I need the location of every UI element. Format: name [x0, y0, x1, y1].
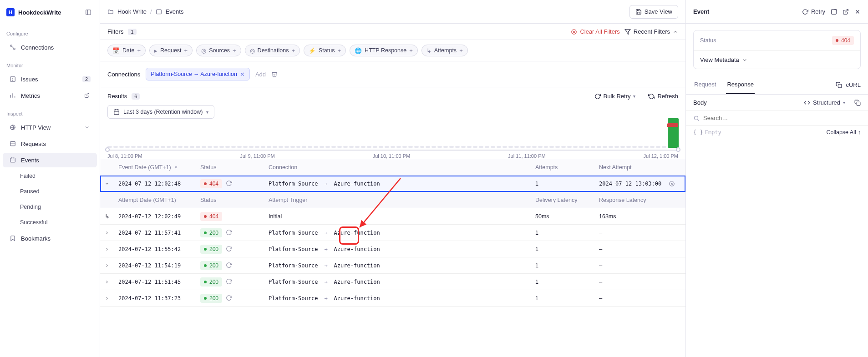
table-row[interactable]: 2024-07-12 11:37:23 200 Platform-Source→… — [100, 290, 685, 307]
copy-icon[interactable] — [836, 82, 842, 88]
tab-curl[interactable]: cURL — [846, 81, 861, 88]
chip-request[interactable]: ▸Request+ — [149, 45, 193, 56]
topbar: Hook Write / Events Save View — [100, 0, 685, 24]
chip-sources[interactable]: ◎Sources+ — [196, 45, 241, 56]
row-retry-icon[interactable] — [226, 295, 233, 302]
connections-label: Connections — [107, 71, 140, 78]
body-search-input[interactable] — [703, 115, 861, 121]
nav-connections[interactable]: Connections — [3, 40, 97, 55]
sort-icon[interactable]: ▾ — [175, 165, 177, 170]
expand-toggle[interactable] — [100, 296, 114, 301]
cell-date: 2024-07-12 11:54:19 — [114, 262, 196, 269]
row-retry-icon[interactable] — [226, 229, 233, 236]
table-row[interactable]: 2024-07-12 11:51:45 200 Platform-Source→… — [100, 274, 685, 290]
filter-icon — [624, 29, 631, 35]
col-next[interactable]: Next Attempt — [599, 164, 632, 171]
bulk-retry-button[interactable]: Bulk Retry ▾ — [594, 93, 636, 100]
nav-events[interactable]: Events — [3, 153, 97, 167]
attempts-icon: ↳ — [426, 47, 431, 54]
recent-filters-button[interactable]: Recent Filters — [624, 28, 678, 35]
expand-toggle[interactable] — [100, 279, 114, 285]
remove-chip-icon[interactable]: ✕ — [240, 71, 245, 78]
chip-destinations[interactable]: ◎Destinations+ — [245, 45, 300, 56]
detail-panel: Event Retry Status 404 View Metadata Req… — [686, 0, 868, 357]
col-attempts[interactable]: Attempts — [535, 164, 558, 171]
date-range-select[interactable]: Last 3 days (Retention window) ▾ — [107, 105, 214, 119]
save-view-button[interactable]: Save View — [629, 5, 678, 19]
section-inspect: Inspect — [0, 104, 100, 119]
histogram-bars: /* placeholder */ — [107, 123, 678, 148]
chip-attempts[interactable]: ↳Attempts+ — [421, 45, 468, 56]
attempt-header: Attempt Date (GMT+1) Status Attempt Trig… — [100, 192, 685, 208]
slider-knob-left[interactable] — [105, 147, 110, 152]
svg-rect-18 — [156, 10, 161, 14]
row-retry-icon[interactable] — [226, 246, 233, 253]
svg-rect-31 — [832, 9, 837, 14]
chip-status[interactable]: ⚡Status+ — [304, 45, 346, 56]
row-retry-icon[interactable] — [226, 262, 233, 269]
table-row[interactable]: 2024-07-12 11:57:41 200 Platform-Source→… — [100, 225, 685, 241]
caret-icon: ▾ — [843, 100, 845, 105]
histogram-slider[interactable] — [107, 150, 678, 151]
external-link-icon[interactable] — [843, 9, 849, 15]
workspace-switcher[interactable]: H HookdeckWrite — [0, 3, 100, 24]
body-json: { } Empty Collapse All ↑ — [686, 126, 868, 139]
table-row[interactable]: 2024-07-12 12:02:48 404 Platform-Source→… — [100, 176, 685, 192]
nav-metrics[interactable]: Metrics — [3, 88, 97, 103]
delete-filter-icon[interactable] — [271, 71, 278, 77]
body-search[interactable] — [686, 111, 868, 126]
structured-toggle[interactable]: Structured ▾ — [804, 99, 845, 106]
slider-knob-right[interactable] — [676, 147, 680, 152]
expand-toggle[interactable] — [100, 246, 114, 252]
nav-bookmarks[interactable]: Bookmarks — [3, 231, 97, 246]
nav-issues[interactable]: Issues 2 — [3, 72, 97, 86]
col-date[interactable]: Event Date (GMT+1) — [118, 164, 171, 171]
chip-http-response[interactable]: 🌐HTTP Response+ — [350, 45, 418, 56]
col-connection[interactable]: Connection — [269, 164, 297, 171]
open-new-icon[interactable] — [831, 9, 837, 15]
row-retry-icon[interactable] — [226, 180, 233, 187]
plus-icon: + — [137, 47, 141, 54]
histogram[interactable]: /* placeholder */ Jul 8, 11:00 PM Jul 9,… — [100, 123, 685, 159]
refresh-button[interactable]: Refresh — [648, 93, 678, 100]
add-connection-button[interactable]: Add — [255, 71, 266, 78]
source-icon: ◎ — [201, 47, 206, 54]
cell-attempts: 1 — [531, 230, 594, 236]
expand-toggle[interactable] — [100, 230, 114, 236]
attempt-row[interactable]: ↳ 2024-07-12 12:02:49 404 Initial 50ms 1… — [100, 208, 685, 225]
sidebar-collapse-icon[interactable] — [83, 7, 93, 17]
json-braces: { } — [693, 129, 703, 136]
nav-events-failed[interactable]: Failed — [3, 169, 97, 183]
expand-toggle[interactable] — [100, 181, 114, 186]
expand-toggle[interactable] — [100, 263, 114, 268]
workspace-name: HookdeckWrite — [18, 9, 80, 16]
nav-requests[interactable]: Requests — [3, 136, 97, 151]
table-row[interactable]: 2024-07-12 11:54:19 200 Platform-Source→… — [100, 257, 685, 274]
tab-response[interactable]: Response — [726, 75, 755, 94]
clear-filters-button[interactable]: Clear All Filters — [571, 28, 619, 35]
search-icon — [693, 115, 700, 121]
view-metadata-button[interactable]: View Metadata — [694, 51, 860, 69]
retry-button[interactable]: Retry — [802, 8, 825, 15]
cell-connection: Platform-Source→Azure-function — [264, 279, 531, 285]
nav-events-paused[interactable]: Paused — [3, 185, 97, 198]
copy-body-icon[interactable] — [854, 100, 861, 106]
cell-next: – — [594, 262, 685, 269]
connection-chip[interactable]: Platform-Source → Azure-function ✕ — [146, 68, 250, 80]
table-row[interactable]: 2024-07-12 11:55:42 200 Platform-Source→… — [100, 241, 685, 257]
row-retry-icon[interactable] — [226, 278, 233, 286]
chip-date[interactable]: 📅Date+ — [107, 45, 146, 56]
collapse-all-button[interactable]: Collapse All ↑ — [826, 129, 861, 136]
tab-request[interactable]: Request — [693, 75, 717, 94]
nav-events-successful[interactable]: Successful — [3, 216, 97, 229]
nav-events-pending[interactable]: Pending — [3, 200, 97, 214]
results-bar: Results 6 Bulk Retry ▾ Refresh — [100, 87, 685, 105]
col-status[interactable]: Status — [200, 164, 216, 171]
close-icon[interactable] — [854, 9, 861, 15]
nav-http-view[interactable]: HTTP View — [3, 120, 97, 135]
cell-connection: Platform-Source→Azure-function — [264, 181, 531, 187]
cell-connection: Platform-Source→Azure-function — [264, 295, 531, 302]
svg-point-6 — [13, 80, 13, 81]
cancel-retry-icon[interactable] — [669, 181, 675, 187]
breadcrumb-folder[interactable]: Hook Write — [117, 8, 147, 15]
